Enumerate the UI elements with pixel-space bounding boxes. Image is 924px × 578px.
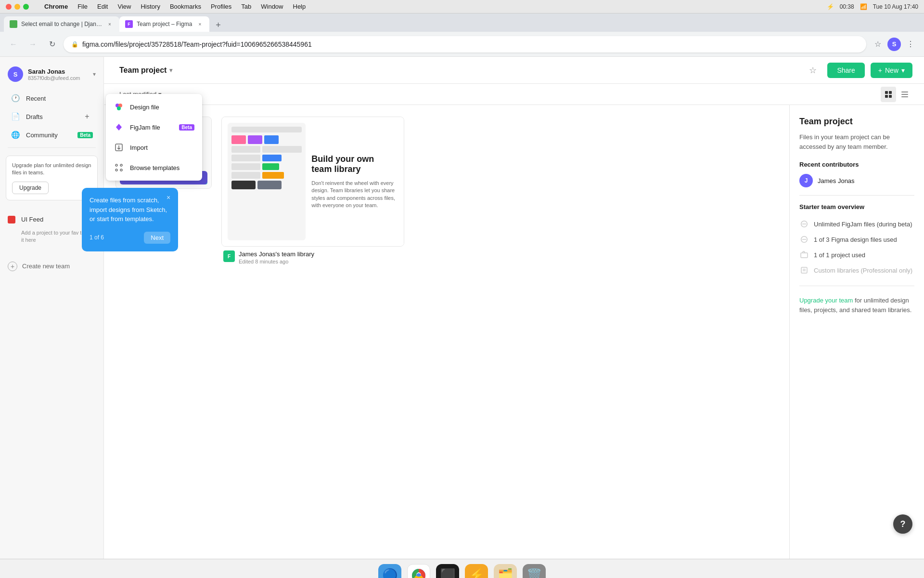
svg-point-20 — [120, 169, 122, 171]
forward-button[interactable]: → — [25, 37, 40, 52]
svg-rect-4 — [901, 92, 908, 92]
tab-title-figma: Team project – Figma — [137, 21, 192, 27]
sidebar-divider — [8, 147, 96, 148]
maximize-window-button[interactable] — [23, 4, 29, 10]
dropdown-item-browse-templates[interactable]: Browse templates — [106, 158, 202, 178]
sidebar-user[interactable]: S Sarah Jonas 8357f0db@ufeed.com ▾ — [0, 63, 103, 86]
team-library-info: F James Jonas's team library Edited 8 mi… — [221, 247, 404, 266]
dock-item-finder[interactable]: 🔵 — [378, 564, 401, 578]
browse-templates-icon — [114, 162, 124, 173]
history-menu[interactable]: History — [137, 2, 164, 11]
svg-rect-9 — [801, 253, 808, 258]
dock-item-terminal[interactable]: ⬛ — [436, 564, 459, 578]
help-button[interactable]: ? — [893, 514, 912, 534]
team-library-icon: F — [223, 250, 235, 262]
starter-custom-libraries-text: Custom libraries (Professional only) — [814, 267, 912, 274]
main-header: Team project ▾ ☆ Share + New ▾ — [104, 57, 924, 84]
new-button[interactable]: + New ▾ — [871, 63, 912, 78]
panel-description: Files in your team project can be access… — [799, 132, 914, 151]
tab-menu[interactable]: Tab — [237, 2, 255, 11]
tab-django[interactable]: Select email to change | Djang... × — [4, 16, 119, 32]
create-team-label: Create new team — [22, 263, 70, 270]
onboarding-text: Create files from scratch, import design… — [90, 196, 170, 224]
import-label: Import — [130, 144, 194, 151]
tab-favicon-figma: F — [125, 20, 133, 28]
tab-favicon-django — [10, 20, 17, 28]
user-name: Sarah Jonas — [28, 68, 88, 75]
window-menu[interactable]: Window — [257, 2, 287, 11]
files-grid: 🤍 😍 🍦 ❤️ 🔥 😊 🎉 💛 🌟 ✨ — [104, 105, 789, 559]
dropdown-item-import[interactable]: Import — [106, 137, 202, 158]
sidebar-item-community[interactable]: 🌐 Community Beta — [3, 126, 101, 144]
mac-dock: 🔵 ⬛ ⚡ 🗂️ 🗑️ — [0, 559, 924, 578]
onboarding-popup: × Create files from scratch, import desi… — [82, 188, 178, 251]
file-card-team-library[interactable]: Build your ownteam library Don't reinven… — [221, 117, 404, 266]
panel-title: Team project — [799, 117, 914, 127]
help-menu[interactable]: Help — [289, 2, 310, 11]
main-toolbar: Last modified ▾ — [104, 84, 924, 105]
team-library-details: James Jonas's team library Edited 8 minu… — [239, 250, 402, 264]
share-button[interactable]: Share — [827, 63, 864, 78]
figma-files-icon — [799, 235, 809, 244]
view-toggle — [881, 87, 912, 102]
add-draft-button[interactable]: + — [81, 111, 93, 122]
traffic-lights — [6, 4, 29, 10]
drafts-label: Drafts — [26, 113, 76, 120]
svg-rect-10 — [801, 267, 807, 273]
project-chevron-icon: ▾ — [169, 67, 172, 74]
app-name-menu[interactable]: Chrome — [40, 2, 72, 11]
bookmarks-menu[interactable]: Bookmarks — [166, 2, 205, 11]
create-team-plus-icon: + — [8, 262, 17, 271]
dock-item-chrome[interactable] — [407, 564, 430, 578]
list-view-button[interactable] — [897, 87, 912, 102]
battery-time: 00:38 — [840, 3, 854, 10]
tab-close-figma[interactable]: × — [196, 20, 204, 28]
import-icon — [114, 142, 124, 153]
projects-icon — [799, 250, 809, 260]
sidebar-item-recent[interactable]: 🕐 Recent — [3, 90, 101, 107]
new-btn-chevron-icon: ▾ — [901, 66, 905, 74]
sidebar-item-drafts[interactable]: 📄 Drafts + — [3, 107, 101, 126]
tab-close-django[interactable]: × — [106, 20, 114, 28]
onboarding-next-button[interactable]: Next — [144, 232, 170, 244]
grid-view-button[interactable] — [881, 87, 896, 102]
figjam-unlimited-icon — [799, 219, 809, 229]
new-tab-button[interactable]: + — [211, 18, 225, 32]
create-new-team[interactable]: + Create new team — [0, 258, 103, 275]
starter-title: Starter team overview — [799, 203, 914, 210]
browse-templates-label: Browse templates — [130, 164, 194, 171]
close-window-button[interactable] — [6, 4, 12, 10]
profile-avatar[interactable]: S — [887, 38, 901, 51]
starter-figma-files-text: 1 of 3 Figma design files used — [814, 236, 897, 243]
design-file-label: Design file — [130, 104, 194, 111]
contributor-name: James Jonas — [818, 177, 855, 184]
dock-item-folder[interactable]: 🗂️ — [494, 564, 517, 578]
dropdown-item-design-file[interactable]: Design file — [106, 97, 202, 117]
view-menu[interactable]: View — [114, 2, 135, 11]
reload-button[interactable]: ↻ — [44, 37, 60, 52]
tab-title-django: Select email to change | Djang... — [21, 21, 102, 27]
tab-figma[interactable]: F Team project – Figma × — [119, 16, 209, 32]
file-menu[interactable]: File — [74, 2, 91, 11]
star-button[interactable]: ☆ — [804, 62, 821, 79]
dock-item-trash[interactable]: 🗑️ — [523, 564, 546, 578]
dock-item-bolt[interactable]: ⚡ — [465, 564, 488, 578]
minimize-window-button[interactable] — [14, 4, 20, 10]
new-btn-label: New — [885, 66, 898, 74]
svg-point-18 — [120, 164, 122, 166]
edit-menu[interactable]: Edit — [93, 2, 112, 11]
address-bar[interactable]: 🔒 figma.com/files/project/35728518/Team-… — [64, 36, 866, 53]
team-library-name: James Jonas's team library — [239, 250, 402, 258]
chrome-menu-button[interactable]: ⋮ — [903, 37, 918, 52]
profiles-menu[interactable]: Profiles — [207, 2, 235, 11]
onboarding-close-button[interactable]: × — [164, 193, 173, 202]
mac-menubar: Chrome File Edit View History Bookmarks … — [0, 0, 924, 13]
upgrade-button[interactable]: Upgrade — [12, 182, 49, 194]
drafts-icon: 📄 — [11, 112, 20, 121]
project-title-button[interactable]: Team project ▾ — [116, 64, 176, 77]
lock-icon: 🔒 — [71, 41, 78, 48]
back-button[interactable]: ← — [6, 37, 21, 52]
upgrade-link[interactable]: Upgrade your team — [799, 297, 853, 304]
bookmark-button[interactable]: ☆ — [870, 37, 886, 52]
dropdown-item-figjam-file[interactable]: FigJam file Beta — [106, 117, 202, 137]
